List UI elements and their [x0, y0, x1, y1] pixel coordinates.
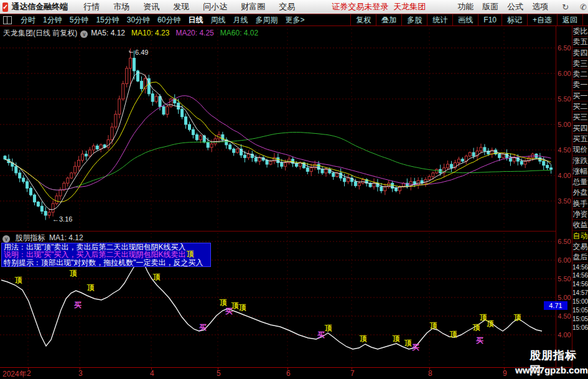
top-signal-5: 顶 — [187, 249, 194, 260]
ma10-line — [5, 82, 551, 202]
period-tab-7[interactable]: 日线 — [188, 15, 203, 26]
top-signal-1: 顶 — [15, 275, 22, 286]
buy-signal-2: 买 — [199, 322, 207, 333]
price-axis-separator — [556, 26, 556, 367]
ma-label-3: MA20: 4.25 — [175, 29, 213, 37]
sidebar-item-20[interactable]: 自动 — [572, 231, 588, 241]
toolbar-action-1[interactable]: 复权 — [350, 14, 376, 26]
period-tab-11[interactable]: 更多> — [285, 15, 304, 26]
toolbar-action-4[interactable]: 统计 — [427, 14, 452, 26]
sidebar-item-4[interactable]: 卖三 — [572, 58, 588, 69]
tick-time-4: 14:57 — [572, 289, 588, 297]
watermark-site-url: www.7gpzb.com — [515, 365, 588, 375]
sidebar-item-14[interactable]: 涨幅 — [572, 166, 588, 177]
sidebar-item-17[interactable]: 换手 — [572, 199, 588, 209]
menu-item-2[interactable]: 市场 — [113, 1, 129, 12]
buy-signal-3: 买 — [225, 306, 233, 317]
sidebar-item-7[interactable]: 买一 — [572, 91, 588, 101]
menu-item-5[interactable]: 问小达 — [203, 1, 227, 12]
toolbar-actions: 复权叠加多股统计画线F10标记+自选返回 — [350, 14, 583, 26]
period-tab-2[interactable]: 1分钟 — [43, 15, 62, 26]
collapse-indicator-icon[interactable]: ∨ — [2, 235, 10, 243]
main-ytick-6.00: 6.00 — [557, 70, 572, 77]
chart-title-row: 天龙集团(日线 前复权)∨MA5: 4.12MA10: 4.23MA20: 4.… — [3, 28, 264, 39]
tick-time-2: 14:56 — [572, 271, 588, 280]
current-stock-name[interactable]: 天龙集团 — [393, 1, 426, 12]
period-tab-6[interactable]: 60分钟 — [157, 15, 180, 26]
period-tab-3[interactable]: 5分钟 — [70, 15, 89, 26]
period-tab-8[interactable]: 周线 — [210, 15, 225, 26]
main-ytick-6.50: 6.50 — [557, 44, 572, 52]
sidebar-item-8[interactable]: 买二 — [572, 101, 588, 112]
ma-label-1: MA5: 4.12 — [91, 29, 125, 37]
collapse-chart-icon[interactable]: ∨ — [80, 30, 88, 38]
sidebar-item-5[interactable]: 卖二 — [572, 69, 588, 80]
axis-month-7: 7 — [350, 369, 355, 378]
top-signal-15: 顶 — [473, 322, 480, 333]
indicator-name[interactable]: 股朋指标 — [15, 233, 45, 242]
tick-time-7: 15:05 — [572, 315, 588, 324]
main-ytick-3.50: 3.50 — [557, 197, 572, 205]
top-signal-13: 顶 — [430, 321, 437, 331]
menu-item-7[interactable]: 交易 — [279, 1, 295, 12]
sidebar-item-22[interactable]: 盘后 — [572, 252, 588, 263]
menu-right-item-2[interactable]: 版面 — [482, 1, 498, 12]
axis-tick-8 — [429, 368, 430, 370]
toolbar-action-9[interactable]: 返回 — [557, 14, 583, 26]
toolbar-action-3[interactable]: 多股 — [401, 14, 427, 26]
period-tab-5[interactable]: 30分钟 — [127, 15, 150, 26]
date-axis: 2024年 23456789 — [0, 367, 588, 379]
sidebar-item-16[interactable]: 外盘 — [572, 187, 588, 198]
sidebar-item-18[interactable]: 净资 — [572, 209, 588, 220]
top-signal-18: 顶 — [514, 312, 521, 323]
menu-item-1[interactable]: 行情 — [83, 1, 100, 12]
layout-split-icon[interactable] — [3, 16, 12, 24]
menu-item-3[interactable]: 资讯 — [143, 1, 159, 12]
sidebar-item-1[interactable]: 委比 — [572, 26, 588, 37]
chart-title: 天龙集团(日线 前复权) — [3, 29, 77, 37]
period-tab-4[interactable]: 15分钟 — [96, 15, 119, 26]
ma-values: MA5: 4.12MA10: 4.23MA20: 4.25MA60: 4.02 — [91, 29, 264, 37]
menu-item-6[interactable]: 财富圈 — [241, 1, 265, 12]
period-tab-9[interactable]: 月线 — [233, 15, 248, 26]
menu-right-item-4[interactable]: 选项 — [532, 1, 548, 12]
login-status[interactable]: 证券交易未登录 — [332, 1, 388, 12]
sidebar-item-6[interactable]: 卖一 — [572, 80, 588, 90]
phone-icon[interactable]: ✆ — [580, 2, 587, 12]
sidebar-item-12[interactable]: 现价 — [572, 144, 588, 155]
buy-signal-5: 买 — [412, 342, 419, 353]
sidebar-item-11[interactable]: 买五 — [572, 134, 588, 144]
low-annotation: ←3.16 — [52, 215, 72, 223]
axis-month-4: 4 — [150, 369, 154, 378]
sidebar-item-15[interactable]: 总量 — [572, 177, 588, 187]
toolbar-action-6[interactable]: F10 — [478, 14, 502, 26]
main-ytick-5.00: 5.00 — [557, 121, 572, 128]
menu-item-4[interactable]: 发现 — [173, 1, 189, 12]
main-candlestick-chart[interactable]: 6.49←3.16 — [0, 26, 556, 232]
toolbar-action-2[interactable]: 叠加 — [376, 14, 401, 26]
refresh-icon[interactable]: ↻ — [562, 2, 569, 12]
sidebar-item-13[interactable]: 涨跌 — [572, 156, 588, 166]
toolbar-action-8[interactable]: +自选 — [527, 14, 557, 26]
toolbar-action-5[interactable]: 画线 — [452, 14, 478, 26]
period-tab-1[interactable]: 分时 — [21, 15, 35, 26]
sidebar-item-10[interactable]: 买四 — [572, 123, 588, 134]
toolbar-action-7[interactable]: 标记 — [502, 14, 527, 26]
indicator-curve — [1, 259, 542, 349]
axis-tick-5 — [218, 368, 218, 370]
menu-right-item-1[interactable]: 功能 — [457, 1, 474, 12]
high-annotation: 6.49 — [135, 49, 148, 56]
sidebar-item-21[interactable]: 交易 — [572, 241, 588, 252]
menu-right-item-3[interactable]: 公式 — [507, 1, 523, 12]
sidebar-item-3[interactable]: 卖四 — [572, 48, 588, 58]
ind-ytick-6.00: 6.00 — [557, 256, 572, 264]
axis-tick-9 — [504, 368, 505, 370]
axis-month-6: 6 — [286, 369, 291, 378]
sidebar-item-19[interactable]: 收益 — [572, 220, 588, 230]
indicator-current-value: 4.71 — [544, 301, 567, 310]
period-tab-10[interactable]: 多周期 — [255, 15, 278, 26]
sidebar-item-9[interactable]: 买三 — [572, 112, 588, 123]
axis-tick-2 — [28, 368, 29, 370]
sidebar-item-2[interactable]: 卖五 — [572, 37, 588, 47]
candlesticks — [4, 49, 553, 220]
